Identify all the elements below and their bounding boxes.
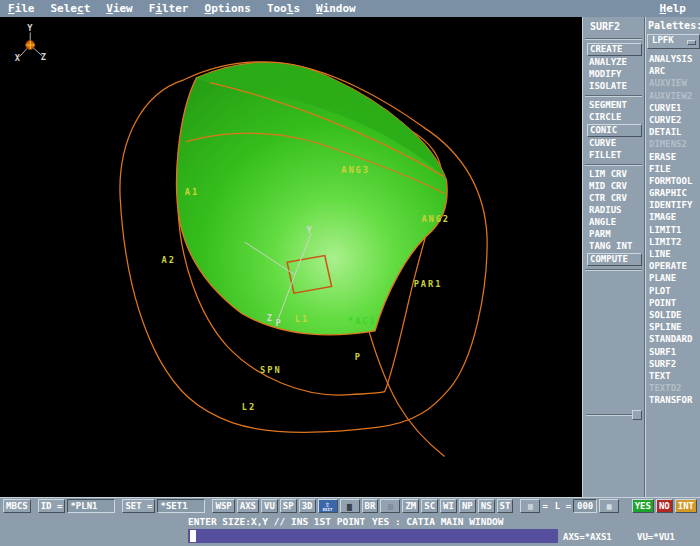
wi-button[interactable]: WI <box>440 499 457 513</box>
canvas-label-par1[interactable]: PAR1 <box>414 279 443 289</box>
palette-item-file[interactable]: FILE <box>645 163 700 175</box>
surf2-item-parm[interactable]: PARM <box>587 229 642 240</box>
palette-item-limit2[interactable]: LIMIT2 <box>645 236 700 248</box>
mbcs-button[interactable]: MBCS <box>3 499 31 513</box>
menu-tools[interactable]: Tools <box>259 1 308 16</box>
vu-button[interactable]: VU <box>261 499 278 513</box>
ns-button[interactable]: NS <box>478 499 495 513</box>
keyboard-icon-button[interactable]: ▦ <box>599 499 619 513</box>
palette-item-auxview: AUXVIEW <box>645 77 700 89</box>
plane-value[interactable]: *PLN1 <box>67 499 115 513</box>
menu-options[interactable]: Options <box>197 1 259 16</box>
canvas-label--ac1[interactable]: *AC1 <box>348 316 377 326</box>
canvas-label-y[interactable]: Y <box>27 23 34 33</box>
menu-file[interactable]: File <box>0 1 43 16</box>
wsp-button[interactable]: WSP <box>212 499 234 513</box>
palette-item-plot[interactable]: PLOT <box>645 285 700 297</box>
canvas-label-ang2[interactable]: ANG2 <box>421 214 450 224</box>
separator <box>585 38 642 40</box>
palette-item-text[interactable]: TEXT <box>645 370 700 382</box>
canvas-label-z[interactable]: Z <box>267 313 274 323</box>
palette-item-detail[interactable]: DETAIL <box>645 126 700 138</box>
palette-item-surf2[interactable]: SURF2 <box>645 358 700 370</box>
panel-resize-line[interactable] <box>586 414 636 416</box>
surf2-item-radius[interactable]: RADIUS <box>587 205 642 216</box>
palette-item-solide[interactable]: SOLIDE <box>645 309 700 321</box>
surf2-item-compute[interactable]: COMPUTE <box>587 253 642 266</box>
conic-curve[interactable] <box>363 312 444 457</box>
surf2-item-tang-int[interactable]: TANG INT <box>587 241 642 252</box>
set-value[interactable]: *SET1 <box>157 499 205 513</box>
palette-item-plane[interactable]: PLANE <box>645 272 700 284</box>
canvas-label-y[interactable]: Y <box>306 225 313 235</box>
palette-item-operate[interactable]: OPERATE <box>645 260 700 272</box>
canvas-label-a1[interactable]: A1 <box>185 187 199 197</box>
surf2-item-ctr-crv[interactable]: CTR CRV <box>587 193 642 204</box>
int-button[interactable]: INT <box>675 499 697 513</box>
menu-window[interactable]: Window <box>308 1 364 16</box>
palette-item-standard[interactable]: STANDARD <box>645 333 700 345</box>
command-input[interactable] <box>188 529 558 543</box>
st-button[interactable]: ST <box>497 499 514 513</box>
canvas-label-ang3[interactable]: ANG3 <box>341 165 370 175</box>
br-button[interactable]: BR <box>362 499 379 513</box>
exit-icon-button[interactable]: ⇧EXIT <box>318 499 338 513</box>
palette-item-analysis[interactable]: ANALYSIS <box>645 53 700 65</box>
surf2-item-curve[interactable]: CURVE <box>587 138 642 149</box>
palette-item-identify[interactable]: IDENTIFY <box>645 199 700 211</box>
menu-view[interactable]: View <box>98 1 141 16</box>
palette-item-arc[interactable]: ARC <box>645 65 700 77</box>
surf2-item-mid-crv[interactable]: MID CRV <box>587 181 642 192</box>
count-value[interactable]: 000 <box>573 499 597 513</box>
set-label[interactable]: SET = <box>122 499 155 513</box>
palette-item-erase[interactable]: ERASE <box>645 151 700 163</box>
canvas-label-z[interactable]: Z <box>41 52 48 62</box>
no-button[interactable]: NO <box>656 499 673 513</box>
surf2-item-isolate[interactable]: ISOLATE <box>587 81 642 92</box>
surf2-item-segment[interactable]: SEGMENT <box>587 100 642 111</box>
surf2-item-fillet[interactable]: FILLET <box>587 150 642 161</box>
canvas-label-p[interactable]: P <box>355 352 362 362</box>
canvas-label-l1[interactable]: L1 <box>295 314 309 324</box>
palette-item-surf1[interactable]: SURF1 <box>645 346 700 358</box>
surf2-item-analyze[interactable]: ANALYZE <box>587 57 642 68</box>
palette-item-line[interactable]: LINE <box>645 248 700 260</box>
palette-item-point[interactable]: POINT <box>645 297 700 309</box>
surf2-item-angle[interactable]: ANGLE <box>587 217 642 228</box>
print-icon-button[interactable]: ▤ <box>380 499 400 513</box>
surf2-item-conic[interactable]: CONIC <box>587 124 642 137</box>
np-button[interactable]: NP <box>459 499 476 513</box>
canvas-label-spn[interactable]: SPN <box>260 365 282 375</box>
surf2-item-modify[interactable]: MODIFY <box>587 69 642 80</box>
palette-item-limit1[interactable]: LIMIT1 <box>645 224 700 236</box>
palette-dropdown[interactable]: LPFK <box>647 34 700 49</box>
shade-icon-button[interactable]: ▆ <box>340 499 360 513</box>
axs-button[interactable]: AXS <box>237 499 259 513</box>
sp-button[interactable]: SP <box>280 499 297 513</box>
palette-item-image[interactable]: IMAGE <box>645 211 700 223</box>
sc-button[interactable]: SC <box>421 499 438 513</box>
palette-item-transfor[interactable]: TRANSFOR <box>645 394 700 406</box>
menu-select[interactable]: Select <box>43 1 99 16</box>
palette-item-curve1[interactable]: CURVE1 <box>645 102 700 114</box>
canvas-label-p[interactable]: P <box>276 318 283 328</box>
palette-item-spline[interactable]: SPLINE <box>645 321 700 333</box>
surf2-item-create[interactable]: CREATE <box>587 43 642 56</box>
palette-item-formtool[interactable]: FORMTOOL <box>645 175 700 187</box>
3d-button[interactable]: 3D <box>299 499 316 513</box>
menu-filter[interactable]: Filter <box>141 1 197 16</box>
palette-item-graphic[interactable]: GRAPHIC <box>645 187 700 199</box>
surf2-item-circle[interactable]: CIRCLE <box>587 112 642 123</box>
surf2-item-lim-crv[interactable]: LIM CRV <box>587 169 642 180</box>
panel-resize-handle[interactable] <box>632 410 642 420</box>
palette-item-curve2[interactable]: CURVE2 <box>645 114 700 126</box>
db-icon-button[interactable]: ▥ <box>520 499 540 513</box>
viewport-canvas[interactable]: A1A2ANG3ANG2PAR1L1*AC1PSPNL2YZPYXZ <box>0 17 582 497</box>
canvas-label-l2[interactable]: L2 <box>242 402 256 412</box>
yes-button[interactable]: YES <box>632 499 654 513</box>
id-label[interactable]: ID = <box>38 499 66 513</box>
zm-button[interactable]: ZM <box>402 499 419 513</box>
canvas-label-a2[interactable]: A2 <box>162 255 176 265</box>
canvas-label-x[interactable]: X <box>15 53 22 63</box>
menu-help[interactable]: Help <box>652 1 695 16</box>
